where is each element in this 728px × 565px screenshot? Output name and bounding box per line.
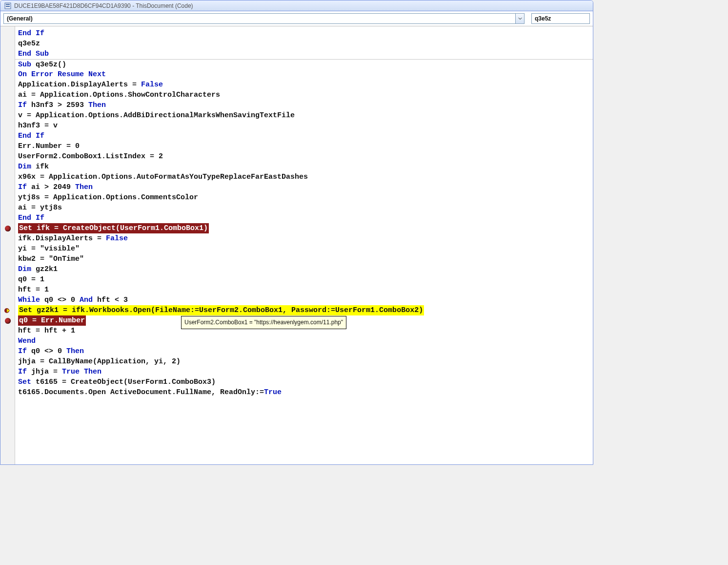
breakpoint-icon [5,226,11,231]
code-token: yi = "visible" [18,244,80,254]
gutter-row[interactable] [0,162,15,172]
chevron-down-icon[interactable] [515,14,524,23]
code-token: q3e5z [18,39,40,49]
gutter-row[interactable] [0,131,15,141]
gutter-row[interactable] [0,367,15,377]
code-window: DUCE1E9BAE58F421D8D6CF94CD1A9390 - ThisD… [0,0,593,465]
code-token: x96x = Application.Options.AutoFormatAsY… [18,172,308,182]
code-line[interactable]: UserForm2.ComboBox1.ListIndex = 2 [15,151,593,162]
code-line[interactable]: Err.Number = 0 [15,141,593,151]
code-token: kbw2 = "OnTime" [18,254,84,264]
gutter-row[interactable] [0,100,15,110]
object-dropdown-text: (General) [4,15,515,22]
gutter-row[interactable] [0,121,15,131]
gutter-row[interactable] [0,80,15,90]
code-line[interactable]: If h3nf3 > 2593 Then [15,100,593,110]
gutter-row[interactable] [0,28,15,39]
code-line[interactable]: ai = Application.Options.ShowControlChar… [15,90,593,100]
code-line[interactable]: On Error Resume Next [15,69,593,80]
code-pane[interactable]: End Ifq3e5zEnd SubSub q3e5z()On Error Re… [15,26,593,464]
code-line[interactable]: Set gz2k1 = ifk.Workbooks.Open(FileName:… [15,305,593,315]
gutter-row[interactable] [0,326,15,336]
code-token: gz2k1 [36,264,58,274]
gutter-row[interactable] [0,377,15,387]
code-line[interactable]: Set ifk = CreateObject(UserForm1.ComboBo… [15,223,593,233]
code-line[interactable]: Dim ifk [15,162,593,172]
gutter-row[interactable] [0,346,15,356]
code-line[interactable]: t6165.Documents.Open ActiveDocument.Full… [15,387,593,398]
gutter-row[interactable] [0,315,15,326]
gutter-row[interactable] [0,264,15,274]
code-line[interactable]: End If [15,213,593,223]
code-token: jhja = [31,367,62,377]
code-line[interactable]: End If [15,131,593,141]
titlebar[interactable]: DUCE1E9BAE58F421D8D6CF94CD1A9390 - ThisD… [0,0,593,11]
code-line[interactable]: Dim gz2k1 [15,264,593,274]
gutter-row[interactable] [0,274,15,285]
code-token: End If [18,213,44,223]
code-line[interactable]: If jhja = True Then [15,367,593,377]
code-line[interactable]: If ai > 2049 Then [15,182,593,192]
code-token: q3e5z() [36,60,66,70]
code-line[interactable]: jhja = CallByName(Application, yi, 2) [15,356,593,367]
gutter-row[interactable] [0,254,15,264]
gutter-row[interactable] [0,49,15,59]
code-token: ai > 2049 [31,182,75,192]
code-line[interactable]: End Sub [15,49,593,59]
code-token: UserForm2.ComboBox1.ListIndex = 2 [18,151,163,162]
gutter-row[interactable] [0,223,15,233]
gutter-row[interactable] [0,172,15,182]
code-token: ytj8s = Application.Options.CommentsColo… [18,192,198,203]
gutter-row[interactable] [0,233,15,244]
gutter-row[interactable] [0,244,15,254]
code-line[interactable]: ai = ytj8s [15,203,593,213]
gutter-row[interactable] [0,69,15,80]
code-line[interactable]: ifk.DisplayAlerts = False [15,233,593,244]
code-line[interactable]: hft = 1 [15,285,593,295]
code-token: hft = 1 [18,285,49,295]
code-line[interactable]: End If [15,28,593,39]
gutter-row[interactable] [0,213,15,223]
gutter-row[interactable] [0,110,15,121]
gutter-row[interactable] [0,192,15,203]
gutter-row[interactable] [0,295,15,305]
gutter-row[interactable] [0,203,15,213]
code-line[interactable]: v = Application.Options.AddBiDirectional… [15,110,593,121]
gutter-row[interactable] [0,387,15,398]
gutter-row[interactable] [0,305,15,315]
code-line[interactable]: Set t6165 = CreateObject(UserForm1.Combo… [15,377,593,387]
code-token: Application.DisplayAlerts = [18,80,141,90]
code-line[interactable]: q3e5z [15,39,593,49]
code-line[interactable]: x96x = Application.Options.AutoFormatAsY… [15,172,593,182]
code-line[interactable]: Sub q3e5z() [15,59,593,69]
gutter-row[interactable] [0,336,15,346]
gutter-row[interactable] [0,356,15,367]
gutter-row[interactable] [0,141,15,151]
gutter-row[interactable] [0,59,15,69]
gutter-row[interactable] [0,182,15,192]
code-token: If [18,367,31,377]
breakpoint-gutter[interactable] [0,26,15,464]
object-dropdown[interactable]: (General) [3,13,525,24]
code-line[interactable]: q0 = 1 [15,274,593,285]
code-line[interactable]: Application.DisplayAlerts = False [15,80,593,90]
gutter-row[interactable] [0,90,15,100]
gutter-row[interactable] [0,285,15,295]
code-token: Sub [18,60,36,70]
gutter-row[interactable] [0,151,15,162]
code-token: False [106,233,128,244]
code-line[interactable]: While q0 <> 0 And hft < 3 [15,295,593,305]
code-token: If [18,182,31,192]
code-line[interactable]: Wend [15,336,593,346]
code-line[interactable]: ytj8s = Application.Options.CommentsColo… [15,192,593,203]
code-token: True Then [62,367,101,377]
code-token: End If [18,131,44,141]
code-line[interactable]: kbw2 = "OnTime" [15,254,593,264]
code-line[interactable]: yi = "visible" [15,244,593,254]
breakpoint-highlight: Set ifk = CreateObject(UserForm1.ComboBo… [18,223,209,233]
code-line[interactable]: If q0 <> 0 Then [15,346,593,356]
code-line[interactable]: h3nf3 = v [15,121,593,131]
procedure-dropdown[interactable]: q3e5z [531,13,590,24]
gutter-row[interactable] [0,39,15,49]
code-token: hft = hft + 1 [18,326,75,336]
